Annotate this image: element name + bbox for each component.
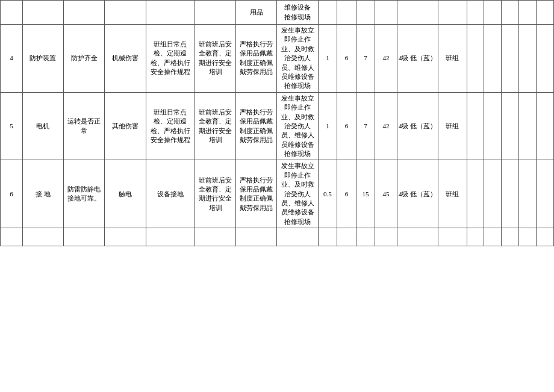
cell-c: 15 xyxy=(356,160,375,228)
cell-c: 7 xyxy=(356,25,375,93)
cell-measure3-top: 用品 xyxy=(236,1,277,25)
cell-empty xyxy=(438,228,467,246)
cell-e2 xyxy=(484,160,502,228)
cell-measure2: 班前班后安全教育、定期进行安全培训 xyxy=(195,25,235,93)
cell-measure1: 设备接地 xyxy=(146,160,195,228)
cell-e1 xyxy=(467,160,484,228)
cell-empty xyxy=(519,228,537,246)
cell-empty xyxy=(236,228,277,246)
cell-measure2: 班前班后安全教育、定期进行安全培训 xyxy=(195,92,235,160)
cell-d-top xyxy=(375,1,397,25)
cell-e5 xyxy=(537,160,554,228)
cell-empty xyxy=(146,228,195,246)
cell-e1 xyxy=(467,25,484,93)
cell-empty xyxy=(356,228,375,246)
cell-measure4: 发生事故立即停止作业、及时救治受伤人员、维修人员维修设备抢修现场 xyxy=(277,160,318,228)
cell-e3 xyxy=(502,92,519,160)
cell-num-top xyxy=(1,1,23,25)
cell-empty xyxy=(105,228,146,246)
cell-measure3: 严格执行劳保用品佩戴制度正确佩戴劳保用品 xyxy=(236,160,277,228)
table-row: 5 电机 运转是否正常 其他伤害 班组日常点检、定期巡检、严格执行安全操作规程 … xyxy=(1,92,554,160)
cell-resp: 班组 xyxy=(438,25,467,93)
cell-e1-top xyxy=(467,1,484,25)
cell-e3 xyxy=(502,25,519,93)
cell-hazard: 触电 xyxy=(105,160,146,228)
cell-e: 6 xyxy=(337,25,356,93)
page: 用品 维修设备抢修现场 4 防护装置 防护齐全 机械伤害 班组 xyxy=(0,0,554,392)
cell-e4 xyxy=(519,25,537,93)
cell-measure1: 班组日常点检、定期巡检、严格执行安全操作规程 xyxy=(146,25,195,93)
cell-e2 xyxy=(484,25,502,93)
cell-c-top xyxy=(356,1,375,25)
cell-e3-top xyxy=(502,1,519,25)
cell-empty xyxy=(337,228,356,246)
cell-e: 6 xyxy=(337,92,356,160)
cell-e: 6 xyxy=(337,160,356,228)
cell-part: 电机 xyxy=(22,92,63,160)
cell-level: 4级 低（蓝） xyxy=(397,25,438,93)
cell-measure4: 发生事故立即停止作业、及时救治受伤人员、维修人员维修设备抢修现场 xyxy=(277,25,318,93)
cell-measure3: 严格执行劳保用品佩戴制度正确佩戴劳保用品 xyxy=(236,25,277,93)
cell-level: 4级 低（蓝） xyxy=(397,92,438,160)
cell-measure1: 班组日常点检、定期巡检、严格执行安全操作规程 xyxy=(146,92,195,160)
cell-empty xyxy=(277,228,318,246)
cell-resp-top xyxy=(438,1,467,25)
cell-measure1-top xyxy=(146,1,195,25)
cell-check: 运转是否正常 xyxy=(64,92,105,160)
cell-part: 接 地 xyxy=(22,160,63,228)
cell-measure4: 发生事故立即停止作业、及时救治受伤人员、维修人员维修设备抢修现场 xyxy=(277,92,318,160)
cell-e5-top xyxy=(537,1,554,25)
cell-part-top xyxy=(22,1,63,25)
cell-d: 45 xyxy=(375,160,397,228)
cell-num: 5 xyxy=(1,92,23,160)
cell-e3 xyxy=(502,160,519,228)
cell-empty xyxy=(195,228,235,246)
cell-l: 0.5 xyxy=(318,160,337,228)
cell-hazard: 其他伤害 xyxy=(105,92,146,160)
cell-c: 7 xyxy=(356,92,375,160)
cell-level: 4级 低（蓝） xyxy=(397,160,438,228)
cell-l-top xyxy=(318,1,337,25)
cell-empty xyxy=(22,228,63,246)
cell-empty xyxy=(484,228,502,246)
cell-d: 42 xyxy=(375,92,397,160)
cell-check: 防护齐全 xyxy=(64,25,105,93)
cell-num: 6 xyxy=(1,160,23,228)
cell-check: 防雷防静电接地可靠。 xyxy=(64,160,105,228)
empty-row xyxy=(1,228,554,246)
cell-empty xyxy=(537,228,554,246)
cell-hazard: 机械伤害 xyxy=(105,25,146,93)
cell-level-top xyxy=(397,1,438,25)
continuation-row: 用品 维修设备抢修现场 xyxy=(1,1,554,25)
cell-check-top xyxy=(64,1,105,25)
cell-empty xyxy=(467,228,484,246)
cell-measure2: 班前班后安全教育、定期进行安全培训 xyxy=(195,160,235,228)
cell-resp: 班组 xyxy=(438,92,467,160)
cell-part: 防护装置 xyxy=(22,25,63,93)
cell-empty xyxy=(1,228,23,246)
cell-resp: 班组 xyxy=(438,160,467,228)
cell-l: 1 xyxy=(318,25,337,93)
table-row: 4 防护装置 防护齐全 机械伤害 班组日常点检、定期巡检、严格执行安全操作规程 … xyxy=(1,25,554,93)
cell-d: 42 xyxy=(375,25,397,93)
cell-empty xyxy=(64,228,105,246)
cell-hazard-top xyxy=(105,1,146,25)
cell-empty xyxy=(502,228,519,246)
cell-empty xyxy=(318,228,337,246)
cell-e4 xyxy=(519,160,537,228)
main-table: 用品 维修设备抢修现场 4 防护装置 防护齐全 机械伤害 班组 xyxy=(0,0,554,246)
cell-e-top xyxy=(337,1,356,25)
cell-e5 xyxy=(537,92,554,160)
cell-e2-top xyxy=(484,1,502,25)
cell-e1 xyxy=(467,92,484,160)
cell-empty xyxy=(397,228,438,246)
cell-measure4-top: 维修设备抢修现场 xyxy=(277,1,318,25)
cell-measure3: 严格执行劳保用品佩戴制度正确佩戴劳保用品 xyxy=(236,92,277,160)
cell-e4 xyxy=(519,92,537,160)
cell-l: 1 xyxy=(318,92,337,160)
cell-measure2-top xyxy=(195,1,235,25)
cell-e5 xyxy=(537,25,554,93)
cell-num: 4 xyxy=(1,25,23,93)
cell-empty xyxy=(375,228,397,246)
cell-e4-top xyxy=(519,1,537,25)
